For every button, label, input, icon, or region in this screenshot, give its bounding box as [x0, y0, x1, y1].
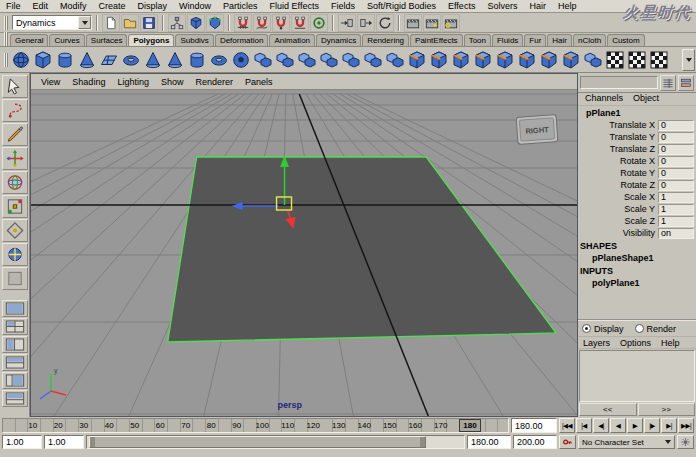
range-handle-right-grip[interactable]: [420, 437, 425, 447]
viewport-3d-scene[interactable]: RIGHT y persp: [31, 90, 577, 416]
boolean-difference[interactable]: [362, 49, 384, 71]
go-to-end[interactable]: ▶▶|: [678, 418, 694, 433]
snap-to-curve[interactable]: [253, 14, 271, 32]
channel-label[interactable]: Scale Y: [578, 204, 658, 214]
shelf-tab[interactable]: Hair: [547, 34, 572, 46]
ipr-render[interactable]: [423, 14, 441, 32]
input-connections[interactable]: [338, 14, 356, 32]
menu-item[interactable]: Effects: [442, 1, 481, 11]
character-set-dropdown[interactable]: No Character Set: [578, 435, 675, 449]
smooth[interactable]: [406, 49, 428, 71]
poly-cone[interactable]: [76, 49, 98, 71]
channels-grid-button[interactable]: [660, 75, 676, 91]
panel-menu-item[interactable]: Panels: [239, 77, 279, 87]
bridge[interactable]: [450, 49, 472, 71]
poly-cube[interactable]: [32, 49, 54, 71]
save-scene[interactable]: [140, 14, 158, 32]
select-by-component[interactable]: [206, 14, 224, 32]
shelf-tab[interactable]: Dynamics: [316, 34, 361, 46]
poly-sphere[interactable]: [10, 49, 32, 71]
panel-menu-item[interactable]: Renderer: [189, 77, 239, 87]
snap-to-grid[interactable]: [234, 14, 252, 32]
channel-value-field[interactable]: 1: [658, 204, 694, 215]
construction-history[interactable]: [376, 14, 394, 32]
shelf-tab[interactable]: nCloth: [573, 34, 606, 46]
poly-soccer-ball[interactable]: [230, 49, 252, 71]
layer-editor-menu-item[interactable]: Layers: [578, 338, 615, 348]
extrude[interactable]: [428, 49, 450, 71]
animation-preferences-button[interactable]: [677, 435, 694, 449]
channel-value-field[interactable]: 0: [658, 132, 694, 143]
shelf-tab[interactable]: Curves: [49, 34, 84, 46]
channel-label[interactable]: Visibility: [578, 228, 658, 238]
render-radio[interactable]: [635, 324, 644, 333]
layout-single-pane[interactable]: [2, 300, 28, 317]
playback-end-field[interactable]: 180.00: [467, 435, 511, 449]
paint-selection-tool[interactable]: [2, 123, 28, 146]
panel-menu-item[interactable]: Lighting: [111, 77, 155, 87]
shelf-tab[interactable]: Deformation: [215, 34, 269, 46]
menu-item[interactable]: File: [0, 1, 27, 11]
step-back-key[interactable]: ◀|: [593, 418, 609, 433]
channel-box-menu-item[interactable]: Object: [628, 93, 664, 105]
layout-persp-outliner[interactable]: [2, 372, 28, 389]
shelf-tab[interactable]: Polygons: [128, 34, 174, 46]
shelf-tab[interactable]: General: [10, 34, 48, 46]
scale-tool[interactable]: [2, 195, 28, 218]
menu-item[interactable]: Modify: [54, 1, 93, 11]
poly-plane[interactable]: [98, 49, 120, 71]
channel-label[interactable]: Scale Z: [578, 216, 658, 226]
poly-prism[interactable]: [142, 49, 164, 71]
play-backwards[interactable]: ◀: [610, 418, 626, 433]
channel-label[interactable]: Translate X: [578, 120, 658, 130]
menu-set-dropdown[interactable]: Dynamics: [12, 15, 92, 30]
shelf-tab[interactable]: Fluids: [492, 34, 523, 46]
layer-editor-menu-item[interactable]: Help: [656, 338, 685, 348]
row-drag-handle[interactable]: [4, 16, 8, 30]
shelf-tab[interactable]: Animation: [269, 34, 315, 46]
show-manipulator-tool[interactable]: [2, 243, 28, 266]
shape-name[interactable]: pPlaneShape1: [578, 251, 696, 264]
time-slider[interactable]: 1020304050607080901001101201301401501601…: [2, 418, 509, 433]
range-handle-left-grip[interactable]: [90, 437, 95, 447]
mirror-geometry[interactable]: [582, 49, 604, 71]
layer-editor-menu-item[interactable]: Options: [615, 338, 656, 348]
boolean-intersection[interactable]: [384, 49, 406, 71]
boolean-union[interactable]: [340, 49, 362, 71]
channel-label[interactable]: Rotate Z: [578, 180, 658, 190]
layout-two-pane-side[interactable]: [2, 336, 28, 353]
uv-checker-b[interactable]: [626, 49, 648, 71]
shelf-tab[interactable]: Subdivs: [175, 34, 213, 46]
rotate-tool[interactable]: [2, 171, 28, 194]
channel-value-field[interactable]: on: [658, 228, 694, 239]
display-radio[interactable]: [582, 324, 591, 333]
universal-manipulator-tool[interactable]: [2, 219, 28, 242]
channel-value-field[interactable]: 0: [658, 120, 694, 131]
step-forward-key[interactable]: |▶: [644, 418, 660, 433]
layout-persp-graph[interactable]: [2, 390, 28, 407]
input-name[interactable]: polyPlane1: [578, 276, 696, 289]
play-forwards[interactable]: ▶: [627, 418, 643, 433]
shelf-tab[interactable]: PaintEffects: [410, 34, 463, 46]
menu-item[interactable]: Fields: [325, 1, 361, 11]
lasso-tool[interactable]: [2, 99, 28, 122]
row-drag-handle[interactable]: [4, 53, 8, 67]
shelf-tab[interactable]: Custom: [607, 34, 645, 46]
poly-torus[interactable]: [120, 49, 142, 71]
layout-four-pane[interactable]: [2, 318, 28, 335]
last-tool[interactable]: [2, 267, 28, 290]
playback-start-field[interactable]: 1.00: [44, 435, 84, 449]
shelf-menu-button[interactable]: [682, 49, 695, 71]
output-connections[interactable]: [357, 14, 375, 32]
channel-label[interactable]: Translate Z: [578, 144, 658, 154]
move-tool[interactable]: [2, 147, 28, 170]
object-name[interactable]: pPlane1: [578, 106, 696, 119]
channel-value-field[interactable]: 0: [658, 168, 694, 179]
channel-value-field[interactable]: 1: [658, 192, 694, 203]
menu-item[interactable]: Help: [552, 1, 583, 11]
menu-item[interactable]: Window: [173, 1, 217, 11]
layers-list-button[interactable]: [678, 75, 694, 91]
panel-menu-item[interactable]: Show: [155, 77, 190, 87]
uv-checker-c[interactable]: [648, 49, 670, 71]
snap-to-view-plane[interactable]: [291, 14, 309, 32]
